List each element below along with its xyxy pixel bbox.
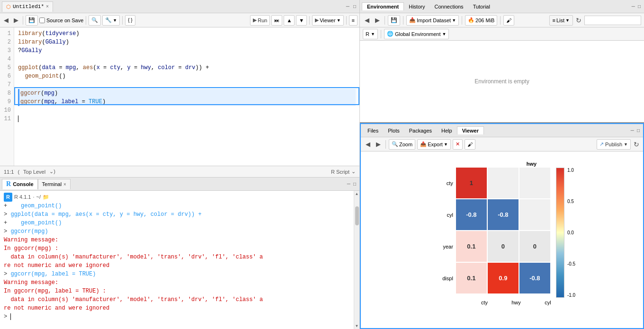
delete-icon: ✕ [456,141,460,147]
memory-info-btn[interactable]: 🔥 206 MiB [465,15,497,26]
console-warning-5: Warning message: [4,278,350,287]
cell-3-2: -0.8 [519,263,550,293]
list-view-btn[interactable]: ≡ List ▼ [549,15,573,26]
list-label: List [556,18,564,23]
tab-connections[interactable]: Connections [429,3,468,10]
env-maximize-btn[interactable]: □ [636,4,642,9]
save-workspace-btn[interactable]: 💾 [388,15,400,26]
scope-arrow: ⌄) [49,169,55,175]
viewer-brush-btn[interactable]: 🖌 [465,139,475,150]
editor-back-btn[interactable]: ◀ [2,16,10,25]
console-warning-7: data in column(s) 'manufacturer', 'model… [4,295,350,304]
code-area[interactable]: library(tidyverse) library(GGally) ?GGal… [14,27,359,166]
source-label: Viewer [320,18,335,23]
tab-console[interactable]: R Console [2,179,38,189]
console-text[interactable]: R R 4.1.1 · ~/ 📁 + geom_point() > ggplot… [0,191,354,329]
source-btn[interactable]: ▶ Viewer ▼ [312,15,343,26]
terminal-close[interactable]: × [63,182,66,187]
env-refresh-btn[interactable]: ↻ [575,16,582,25]
run-icon: ▶ [253,17,257,23]
console-line-4: > ggcorr(mpg) [4,227,350,236]
global-env-btn[interactable]: 🌐 Global Environment ▼ [384,29,449,39]
viewer-refresh-btn[interactable]: ↻ [633,140,640,149]
tab-plots[interactable]: Plots [383,127,404,134]
publish-label: Publish [605,142,622,147]
viewer-minimize-btn[interactable]: ─ [629,128,635,133]
scroll-thumb[interactable] [355,206,359,225]
publish-btn[interactable]: ↗ Publish ▼ [597,139,631,150]
more-btn[interactable]: ≡ [349,15,358,26]
r-selector-label: R [366,31,369,37]
next-run-btn[interactable]: ⏭ [271,15,282,26]
col-header-hwy: hwy [516,161,547,167]
console-line-3: + geom_point() [4,219,350,227]
tab-files[interactable]: Files [363,127,383,134]
source-on-save-label: Source on Save [39,18,83,23]
scroll-down-btn[interactable]: ▼ [355,323,359,329]
save-btn[interactable]: 💾 [26,15,38,26]
up-btn[interactable]: ▲ [284,15,295,26]
tab-terminal[interactable]: Terminal × [38,179,71,189]
zoom-btn[interactable]: 🔍 Zoom [389,139,415,150]
publish-icon: ↗ [599,141,604,147]
env-forward-btn[interactable]: ▶ [373,16,382,25]
viewer-back-btn[interactable]: ◀ [364,140,372,149]
viewer-toolbar: ◀ ▶ 🔍 Zoom 📤 Export ▼ ✕ 🖌 [361,137,643,151]
console-tab-label: Console [13,181,33,187]
tab-environment[interactable]: Environment [362,2,404,10]
console-maximize-btn[interactable]: □ [352,181,358,187]
editor-toolbar: ◀ ▶ 💾 Source on Save 🔍 🔧 ▼ [0,13,359,27]
script-type: R Script [331,169,349,175]
tab-viewer[interactable]: Viewer [457,126,484,134]
tools-btn[interactable]: 🔧 ▼ [102,15,120,26]
r-dot: · [33,193,34,201]
down-btn[interactable]: ▼ [296,15,307,26]
editor-forward-btn[interactable]: ▶ [12,16,20,25]
editor-status-bar: 11:1 ( Top Level ⌄) R Script ⌄ [0,166,359,177]
corr-grid: 1 -0.8 -0.8 [456,168,550,298]
export-btn[interactable]: 📤 Export ▼ [417,139,451,150]
editor-tab-untitled[interactable]: ⬡ Untitled1* × [2,1,53,12]
editor-maximize-btn[interactable]: □ [352,4,358,9]
tab-help[interactable]: Help [437,127,457,134]
tab-tutorial[interactable]: Tutorial [468,3,495,10]
script-dropdown[interactable]: ⌄ [351,169,356,175]
viewer-forward-btn[interactable]: ▶ [374,140,383,149]
console-line-2: > ggplot(data = mpg, aes(x = cty, y = hw… [4,210,350,219]
env-search-input[interactable] [584,16,641,25]
code-line-10 [18,106,356,115]
delete-btn[interactable]: ✕ [453,139,463,150]
brush-btn[interactable]: 🖌 [503,15,514,26]
save-workspace-icon: 💾 [391,17,397,23]
next-run-icon: ⏭ [274,18,279,23]
tools-dropdown-arrow: ▼ [113,18,117,23]
correlation-plot: hwy cty cyl year displ [366,156,638,310]
cell-3-0: 0.1 [456,263,487,293]
source-dropdown-arrow: ▼ [337,18,341,23]
run-btn[interactable]: ▶ Run [250,15,270,26]
env-minimize-btn[interactable]: ─ [630,4,636,9]
search-btn[interactable]: 🔍 [89,15,101,26]
sep7 [403,16,403,25]
r-selector-btn[interactable]: R ▼ [363,29,378,39]
tab-history[interactable]: History [404,3,429,10]
console-warning-8: re not numeric and were ignored [4,304,350,312]
env-back-btn[interactable]: ◀ [363,16,371,25]
console-minimize-btn[interactable]: ─ [346,181,352,187]
export-label: Export [428,142,443,147]
viewer-maximize-btn[interactable]: □ [635,128,641,133]
tools-icon: 🔧 [105,17,112,23]
editor-tab-close[interactable]: × [46,4,49,9]
console-scrollbar[interactable]: ▲ ▼ [354,191,359,329]
scroll-up-btn[interactable]: ▲ [355,191,359,197]
viewer-tab-bar: Files Plots Packages Help Viewer ─ □ [361,124,643,137]
console-line-1: + geom_point() [4,202,350,210]
import-dataset-btn[interactable]: 📥 Import Dataset ▼ [406,15,459,26]
code-btn[interactable]: { } [125,15,135,26]
bottom-col-labels: cty hwy cyl [469,300,564,305]
tab-packages[interactable]: Packages [404,127,437,134]
col-headers: hwy [485,161,547,167]
editor-minimize-btn[interactable]: ─ [345,4,351,9]
console-tab-bar: R Console Terminal × ─ □ [0,178,359,191]
source-on-save-checkbox[interactable] [39,18,45,23]
